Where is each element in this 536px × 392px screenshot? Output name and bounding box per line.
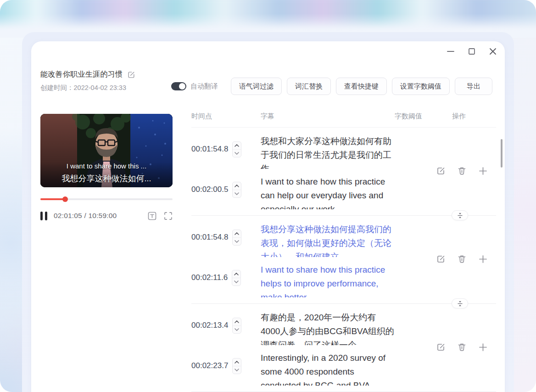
- time-stepper[interactable]: [232, 270, 241, 286]
- chevron-up-icon[interactable]: [233, 318, 241, 326]
- column-header-time: 时间点: [191, 112, 261, 121]
- add-row-button[interactable]: [478, 166, 488, 176]
- row-actions: [436, 166, 488, 176]
- delete-row-button[interactable]: [457, 254, 467, 264]
- video-player[interactable]: I want to share how this ... 我想分享这种做法如何.…: [40, 114, 173, 187]
- edit-row-button[interactable]: [436, 254, 446, 264]
- time-stepper[interactable]: [232, 358, 241, 374]
- toolbar: 自动翻译 语气词过滤 词汇替换 查看快捷键 设置字数阈值 导出: [171, 78, 492, 95]
- subtitle-cell: 有趣的是，2020年一份大约有4000人参与的由BCG和BVA组织的调查问卷，问…: [261, 311, 395, 345]
- desktop-background: 能改善你职业生涯的习惯 创建时间：2022-04-02 23:33 自动翻译 语…: [0, 0, 536, 392]
- chevron-down-icon[interactable]: [233, 366, 241, 374]
- subtitle-group: 00:02:13.4 有趣的是，2020年一份大约有4000人参与的由BCG和B…: [191, 304, 496, 392]
- chevron-up-icon[interactable]: [232, 270, 240, 278]
- timestamp: 00:02:00.5: [191, 185, 228, 194]
- chevron-down-icon[interactable]: [233, 150, 241, 157]
- subtitle-cell: I want to share how this practice can he…: [261, 175, 395, 209]
- edit-row-button[interactable]: [436, 342, 446, 352]
- subtitle-group: 00:01:54.8 我想分享这种做法如何提高我们的表现，如何做出更好的决定（无…: [191, 216, 496, 304]
- replace-words-button[interactable]: 词汇替换: [287, 78, 331, 95]
- chevron-up-icon[interactable]: [233, 358, 241, 366]
- auto-translate-toggle[interactable]: [171, 82, 186, 90]
- edit-icon: [436, 166, 446, 176]
- time-cell: 00:02:13.4: [191, 311, 261, 340]
- view-shortcuts-button[interactable]: 查看快捷键: [336, 78, 387, 95]
- timestamp: 00:02:13.4: [191, 321, 228, 330]
- time-display: 02:01:05 / 10:59:00: [54, 212, 117, 220]
- title-block: 能改善你职业生涯的习惯 创建时间：2022-04-02 23:33: [40, 70, 135, 92]
- subtitle-toggle-button[interactable]: [148, 212, 156, 220]
- table-row: 00:02:13.4 有趣的是，2020年一份大约有4000人参与的由BCG和B…: [191, 311, 496, 345]
- edit-icon: [127, 71, 135, 79]
- plus-icon: [478, 342, 488, 352]
- edit-row-button[interactable]: [436, 166, 446, 176]
- time-stepper[interactable]: [232, 182, 241, 198]
- table-row: 00:02:23.7 Interestingly, in a 2020 surv…: [191, 351, 496, 386]
- trash-icon: [457, 342, 467, 352]
- pause-icon: [40, 212, 43, 220]
- table-row: 00:02:11.6 I want to share how this prac…: [191, 263, 496, 297]
- edit-icon: [436, 342, 446, 352]
- pause-button[interactable]: [40, 212, 47, 220]
- close-button[interactable]: [488, 47, 497, 56]
- row-actions: [436, 342, 488, 352]
- chevron-down-icon[interactable]: [233, 238, 241, 245]
- page-title: 能改善你职业生涯的习惯: [40, 70, 123, 79]
- auto-translate-group: 自动翻译: [171, 82, 218, 91]
- plus-icon: [478, 254, 488, 264]
- app-window: 能改善你职业生涯的习惯 创建时间：2022-04-02 23:33 自动翻译 语…: [31, 41, 505, 392]
- table-row: 00:01:54.8 我想分享这种做法如何提高我们的表现，如何做出更好的决定（无…: [191, 223, 496, 257]
- time-cell: 00:01:54.8: [191, 223, 261, 252]
- text-badge-icon: [148, 212, 156, 220]
- add-row-button[interactable]: [478, 254, 488, 264]
- time-stepper[interactable]: [232, 230, 241, 246]
- table-row: 00:01:54.8 我想和大家分享这种做法如何有助于我们的日常生活尤其是我们的…: [191, 134, 496, 169]
- subtitle-cell: 我想和大家分享这种做法如何有助于我们的日常生活尤其是我们的工作: [261, 134, 395, 169]
- add-row-button[interactable]: [478, 342, 488, 352]
- edit-title-button[interactable]: [127, 71, 135, 79]
- time-cell: 00:02:11.6: [191, 263, 261, 292]
- timestamp: 00:01:54.8: [191, 145, 228, 154]
- maximize-button[interactable]: [467, 47, 476, 56]
- edit-icon: [436, 254, 446, 264]
- set-threshold-button[interactable]: 设置字数阈值: [392, 78, 450, 95]
- progress-knob[interactable]: [62, 196, 68, 202]
- subtitle-cell: 我想分享这种做法如何提高我们的表现，如何做出更好的决定（无论大小），和如何建立: [261, 223, 395, 257]
- column-header-actions: 操作: [452, 112, 496, 121]
- chevron-up-icon[interactable]: [233, 182, 241, 190]
- minimize-button[interactable]: [446, 47, 455, 56]
- delete-row-button[interactable]: [457, 342, 467, 352]
- chevron-down-icon[interactable]: [233, 190, 241, 197]
- player-controls: 02:01:05 / 10:59:00: [40, 210, 173, 221]
- row-actions: [436, 254, 488, 264]
- auto-translate-label: 自动翻译: [190, 82, 218, 91]
- plus-icon: [478, 166, 488, 176]
- progress-bar[interactable]: [40, 196, 173, 202]
- chevron-down-icon[interactable]: [232, 278, 240, 286]
- table-scrollbar[interactable]: [501, 139, 502, 168]
- time-cell: 00:02:00.5: [191, 175, 261, 204]
- delete-row-button[interactable]: [457, 166, 467, 176]
- table-header: 时间点 字幕 字数阈值 操作: [191, 112, 496, 128]
- fullscreen-icon: [164, 212, 173, 220]
- time-cell: 00:02:23.7: [191, 351, 261, 381]
- trash-icon: [457, 254, 467, 264]
- column-header-threshold: 字数阈值: [395, 112, 452, 121]
- timestamp: 00:01:54.8: [191, 233, 228, 242]
- fullscreen-button[interactable]: [164, 212, 173, 220]
- chevron-down-icon[interactable]: [233, 326, 241, 333]
- timestamp: 00:02:23.7: [191, 361, 228, 370]
- time-stepper[interactable]: [232, 141, 241, 157]
- time-cell: 00:01:54.8: [191, 134, 261, 164]
- trash-icon: [457, 166, 467, 176]
- export-button[interactable]: 导出: [455, 78, 492, 95]
- subtitle-group: 00:01:54.8 我想和大家分享这种做法如何有助于我们的日常生活尤其是我们的…: [191, 128, 496, 216]
- filter-filler-words-button[interactable]: 语气词过滤: [231, 78, 282, 95]
- chevron-up-icon[interactable]: [233, 142, 241, 150]
- video-subtitle-zh: 我想分享这种做法如何...: [40, 173, 173, 184]
- chevron-up-icon[interactable]: [233, 230, 241, 238]
- time-stepper[interactable]: [232, 318, 241, 334]
- timestamp: 00:02:11.6: [191, 273, 228, 282]
- column-header-subtitle: 字幕: [261, 112, 395, 121]
- window-controls: [446, 47, 497, 56]
